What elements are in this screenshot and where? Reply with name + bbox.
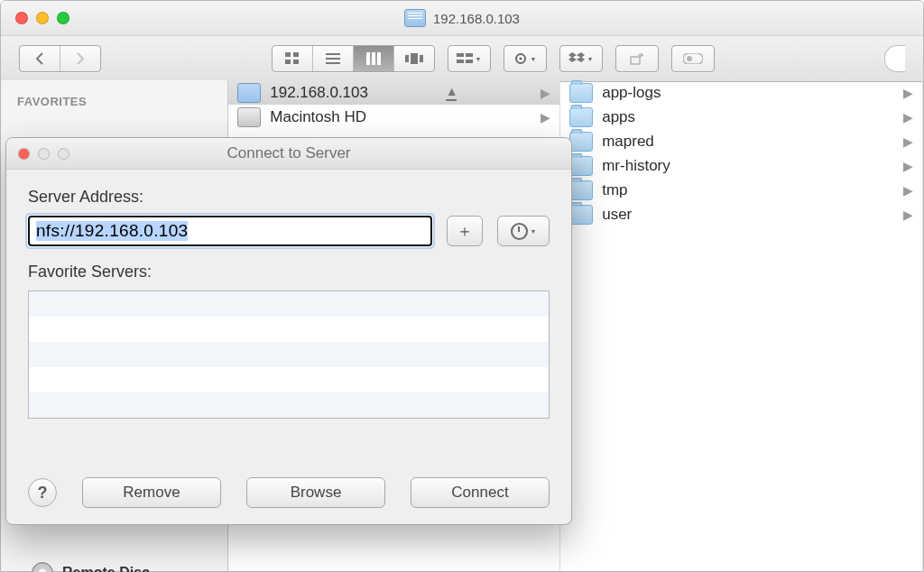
disc-icon — [32, 562, 53, 572]
titlebar: 192.168.0.103 — [1, 1, 923, 36]
close-dialog-icon[interactable] — [18, 148, 30, 160]
sidebar-item-label: Remote Disc — [62, 565, 150, 572]
favorite-servers-list[interactable] — [28, 291, 550, 419]
svg-rect-16 — [466, 60, 473, 63]
column-2: app-logs▶ apps▶ mapred▶ mr-history▶ tmp▶… — [560, 80, 923, 571]
view-list-button[interactable] — [313, 46, 354, 71]
chevron-right-icon: ▶ — [903, 86, 913, 100]
arrange-button[interactable]: ▼ — [448, 45, 491, 72]
chevron-right-icon: ▶ — [903, 110, 913, 125]
folder-row[interactable]: mr-history▶ — [560, 153, 922, 178]
folder-row[interactable]: user▶ — [560, 202, 922, 226]
item-label: Macintosh HD — [270, 108, 366, 126]
search-field-peek[interactable] — [884, 45, 905, 72]
connect-button[interactable]: Connect — [411, 477, 550, 508]
svg-rect-19 — [631, 57, 640, 64]
item-label: mapred — [602, 133, 654, 151]
svg-rect-11 — [411, 53, 418, 64]
dialog-title: Connect to Server — [226, 144, 350, 162]
add-favorite-button[interactable]: ＋ — [447, 216, 483, 246]
tags-button[interactable] — [671, 45, 715, 72]
folder-icon — [569, 107, 593, 127]
column1-item-server[interactable]: 192.168.0.103 ▲ ▶ — [228, 80, 559, 105]
tags-icon — [683, 53, 703, 64]
folder-icon — [569, 180, 593, 200]
folder-icon — [569, 83, 593, 103]
grid-icon — [285, 52, 300, 65]
folder-icon — [569, 205, 593, 225]
share-button[interactable] — [615, 45, 659, 72]
view-icons-button[interactable] — [273, 46, 313, 71]
history-button[interactable]: ▼ — [497, 216, 550, 246]
item-label: mr-history — [602, 157, 670, 175]
forward-button[interactable] — [60, 46, 100, 71]
window-title-text: 192.168.0.103 — [433, 11, 520, 26]
dialog-titlebar: Connect to Server — [6, 138, 571, 170]
close-window-icon[interactable] — [15, 12, 28, 24]
minimize-dialog-icon — [38, 148, 50, 160]
svg-rect-9 — [377, 52, 381, 65]
minimize-window-icon[interactable] — [36, 12, 49, 24]
svg-rect-2 — [285, 60, 291, 64]
folder-row[interactable]: apps▶ — [560, 105, 922, 129]
help-button[interactable]: ? — [28, 478, 57, 507]
columns-icon — [366, 52, 381, 65]
chevron-right-icon — [75, 52, 86, 65]
gear-icon — [513, 51, 528, 66]
zoom-dialog-icon — [58, 148, 69, 160]
arrange-icon — [457, 53, 473, 64]
connect-to-server-dialog: Connect to Server Server Address: ＋ ▼ Fa… — [5, 137, 572, 525]
item-label: user — [602, 206, 632, 224]
back-button[interactable] — [20, 46, 60, 71]
chevron-right-icon: ▶ — [903, 183, 913, 198]
dialog-traffic-lights — [6, 148, 69, 160]
share-icon — [630, 52, 644, 65]
folder-row[interactable]: tmp▶ — [560, 178, 922, 202]
chevron-left-icon — [34, 52, 45, 65]
folder-row[interactable]: app-logs▶ — [560, 80, 922, 105]
svg-rect-0 — [285, 52, 291, 57]
svg-rect-15 — [457, 60, 464, 63]
item-label: app-logs — [602, 84, 661, 102]
window-title: 192.168.0.103 — [404, 1, 520, 35]
server-address-row: ＋ ▼ — [28, 216, 550, 246]
svg-rect-7 — [366, 52, 370, 65]
svg-rect-4 — [326, 53, 340, 55]
action-button[interactable]: ▼ — [504, 45, 547, 72]
dropbox-icon — [568, 52, 585, 65]
dropbox-button[interactable]: ▼ — [559, 45, 603, 72]
server-icon — [237, 83, 261, 103]
svg-rect-10 — [405, 55, 409, 62]
svg-rect-12 — [420, 55, 423, 62]
plus-icon: ＋ — [457, 220, 473, 242]
remove-button[interactable]: Remove — [82, 477, 221, 508]
svg-rect-14 — [466, 53, 473, 57]
question-icon: ? — [38, 484, 48, 503]
view-mode-segment — [272, 45, 435, 72]
zoom-window-icon[interactable] — [57, 12, 69, 24]
server-address-label: Server Address: — [28, 188, 550, 207]
chevron-right-icon: ▶ — [541, 86, 550, 100]
favorite-servers-label: Favorite Servers: — [28, 263, 550, 281]
folder-icon — [569, 132, 593, 152]
nav-segment — [19, 45, 101, 72]
svg-rect-13 — [457, 53, 464, 57]
view-coverflow-button[interactable] — [394, 46, 434, 71]
server-address-input[interactable] — [28, 216, 432, 246]
traffic-lights — [1, 12, 69, 24]
clock-icon — [511, 223, 528, 240]
item-label: apps — [602, 108, 635, 126]
column1-item-macintosh-hd[interactable]: Macintosh HD ▶ — [228, 105, 559, 129]
sidebar-item-remote-disc[interactable]: Remote Disc — [1, 559, 227, 572]
eject-button[interactable]: ▲ — [446, 84, 458, 101]
dialog-button-bar: ? Remove Browse Connect — [28, 477, 550, 508]
folder-row[interactable]: mapred▶ — [560, 129, 922, 153]
chevron-right-icon: ▶ — [541, 110, 550, 125]
view-columns-button[interactable] — [354, 46, 394, 71]
hard-drive-icon — [237, 107, 261, 127]
browse-button[interactable]: Browse — [246, 477, 385, 508]
svg-rect-6 — [326, 62, 340, 64]
svg-rect-3 — [293, 60, 299, 64]
chevron-right-icon: ▶ — [903, 159, 913, 173]
svg-rect-20 — [683, 53, 703, 64]
